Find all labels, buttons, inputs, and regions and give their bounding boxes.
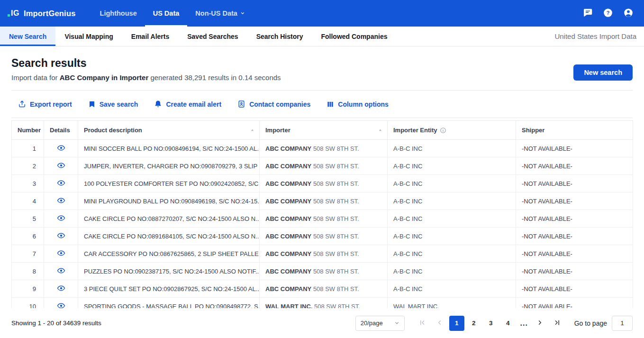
contact-companies-button[interactable]: Contact companies	[237, 100, 310, 108]
view-details-button[interactable]	[56, 178, 66, 190]
details-cell	[44, 192, 78, 210]
nav-us-data[interactable]: US Data	[145, 0, 188, 27]
create-email-alert-button[interactable]: Create email alert	[154, 100, 221, 108]
col-importer[interactable]: Importer	[260, 121, 388, 140]
col-importer-entity: Importer Entity	[388, 121, 516, 140]
col-product-description[interactable]: Product description	[78, 121, 260, 140]
importer-address: 508 SW 8TH ST.	[313, 268, 359, 275]
importer-name: ABC COMPANY	[265, 215, 311, 222]
shipper: -NOT AVAILABLE-	[516, 280, 633, 298]
shipper: -NOT AVAILABLE-	[516, 175, 633, 192]
tab-followed-companies[interactable]: Followed Companies	[312, 27, 396, 46]
importer-cell: ABC COMPANY 508 SW 8TH ST.	[260, 192, 388, 210]
eye-icon	[57, 144, 65, 154]
go-to-page-input[interactable]	[612, 316, 633, 331]
tab-new-search[interactable]: New Search	[0, 27, 55, 46]
eye-icon	[57, 266, 65, 276]
importer-address: 508 SW 8TH ST.	[313, 215, 359, 222]
col-label: Product description	[84, 127, 142, 134]
shipper: -NOT AVAILABLE-	[516, 210, 633, 228]
first-page-button[interactable]	[415, 316, 430, 331]
col-label: Shipper	[522, 127, 544, 134]
last-page-icon	[553, 319, 561, 328]
help-button[interactable]: ?	[600, 5, 616, 21]
importer-address: 508 SW 8TH ST.	[313, 250, 359, 257]
col-label: Importer Entity	[393, 127, 437, 134]
nav-non-us-data[interactable]: Non-US Data	[187, 0, 253, 27]
results-header: Search results Import data for ABC Compa…	[11, 46, 633, 90]
product-description: CAKE CIRCLE PO NO:0891684105, S/C NO:24-…	[78, 228, 260, 245]
product-description: PUZZLES PO NO:0902387175, S/C NO:24-1500…	[78, 263, 260, 280]
page-size-select[interactable]: 20/page	[355, 316, 405, 331]
col-shipper: Shipper	[516, 121, 633, 140]
view-details-button[interactable]	[56, 265, 66, 277]
view-details-button[interactable]	[56, 213, 66, 225]
importer-name: ABC COMPANY	[265, 180, 311, 187]
details-cell	[44, 245, 78, 263]
view-details-button[interactable]	[56, 143, 66, 155]
view-details-button[interactable]	[56, 248, 66, 260]
prev-page-button[interactable]	[432, 316, 447, 331]
importer-entity: A-B-C INC	[388, 245, 516, 263]
pagination-bar: Showing 1 - 20 of 34639 results 20/page …	[0, 308, 644, 338]
chat-button[interactable]	[580, 5, 596, 21]
importer-name: ABC COMPANY	[265, 285, 311, 292]
tool-label: Save search	[100, 100, 138, 108]
contacts-icon	[237, 100, 245, 108]
info-icon	[440, 127, 446, 134]
chat-icon	[583, 8, 593, 19]
page-2-button[interactable]: 2	[466, 316, 481, 331]
row-number: 2	[12, 157, 44, 175]
nav-label: US Data	[153, 9, 180, 17]
tab-search-history[interactable]: Search History	[247, 27, 312, 46]
view-details-button[interactable]	[56, 230, 66, 242]
results-table: NumberDetailsProduct descriptionImporter…	[11, 120, 633, 308]
next-page-icon	[536, 319, 544, 328]
column-options-button[interactable]: Column options	[327, 100, 389, 108]
col-label: Importer	[265, 127, 290, 134]
details-cell	[44, 228, 78, 245]
next-page-button[interactable]	[533, 316, 548, 331]
tab-visual-mapping[interactable]: Visual Mapping	[55, 27, 122, 46]
tab-email-alerts[interactable]: Email Alerts	[122, 27, 178, 46]
top-navbar: IG ImportGenius LighthouseUS DataNon-US …	[0, 0, 644, 27]
view-details-button[interactable]	[56, 301, 66, 309]
importer-cell: WAL MART INC. 508 SW 8TH ST.	[260, 298, 388, 309]
main-content: Search results Import data for ABC Compa…	[0, 46, 644, 308]
nav-lighthouse[interactable]: Lighthouse	[92, 0, 145, 27]
importer-cell: ABC COMPANY 508 SW 8TH ST.	[260, 263, 388, 280]
page-3-button[interactable]: 3	[483, 316, 499, 331]
product-description: SPORTING GOODS - MASSAGE BALL PO NO:0908…	[78, 298, 260, 309]
eye-icon	[57, 196, 65, 206]
bell-icon	[154, 100, 162, 108]
save-search-button[interactable]: Save search	[88, 100, 138, 108]
bookmark-icon	[88, 100, 96, 108]
last-page-button[interactable]	[550, 316, 565, 331]
shipper: -NOT AVAILABLE-	[516, 192, 633, 210]
importgenius-logo[interactable]: IG ImportGenius	[8, 0, 81, 27]
table-row: 1MINI SOCCER BALL PO NO:0908496194, S/C …	[12, 140, 633, 157]
tab-saved-searches[interactable]: Saved Searches	[178, 27, 247, 46]
shipper: -NOT AVAILABLE-	[516, 245, 633, 263]
page-size-value: 20/page	[361, 320, 383, 327]
eye-icon	[57, 301, 65, 309]
summary-suffix: generated 38,291 results in 0.14 seconds	[150, 73, 281, 82]
importer-entity: A-B-C INC	[388, 228, 516, 245]
row-number: 7	[12, 245, 44, 263]
export-icon	[18, 100, 26, 108]
page-title: Search results	[11, 57, 281, 70]
importer-address: 508 SW 8TH ST.	[313, 233, 359, 240]
export-report-button[interactable]: Export report	[18, 100, 72, 108]
account-button[interactable]	[620, 5, 636, 21]
search-query: ABC Company in Importer	[60, 73, 149, 82]
table-row: 93 PIECE QUILT SET PO NO:0902867925, S/C…	[12, 280, 633, 298]
page-1-button[interactable]: 1	[449, 316, 464, 331]
view-details-button[interactable]	[56, 195, 66, 207]
shipper: -NOT AVAILABLE-	[516, 157, 633, 175]
tool-label: Create email alert	[166, 100, 221, 108]
new-search-button[interactable]: New search	[573, 64, 633, 81]
page-4-button[interactable]: 4	[500, 316, 516, 331]
page-ellipsis[interactable]: ...	[517, 319, 532, 328]
view-details-button[interactable]	[56, 160, 66, 172]
view-details-button[interactable]	[56, 283, 66, 295]
